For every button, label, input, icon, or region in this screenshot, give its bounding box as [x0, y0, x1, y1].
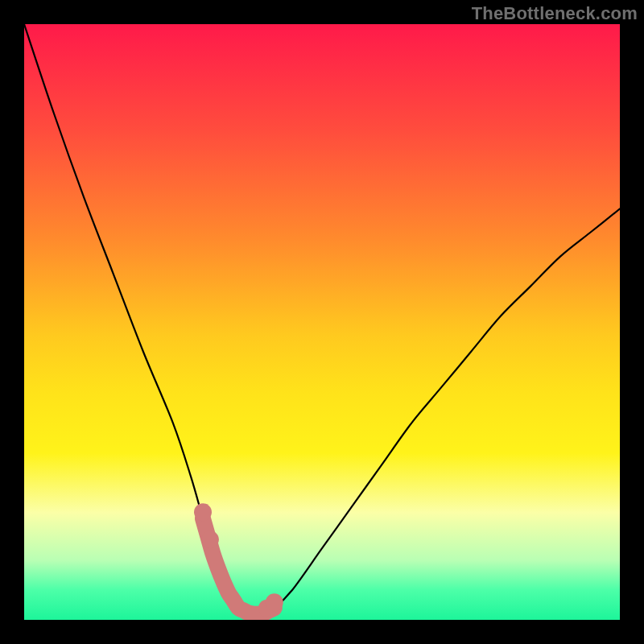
optimal-band-layer [24, 24, 620, 620]
optimal-band-markers [194, 503, 283, 617]
optimal-band-dot [266, 593, 283, 611]
plot-area [24, 24, 620, 620]
optimal-band-dot [194, 503, 212, 521]
optimal-band-dot [201, 530, 219, 548]
chart-stage: TheBottleneck.com [0, 0, 644, 644]
watermark-label: TheBottleneck.com [472, 3, 638, 24]
